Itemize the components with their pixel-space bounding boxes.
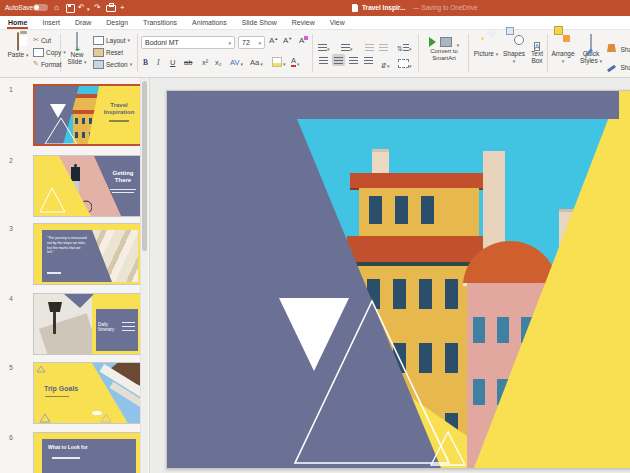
print-icon[interactable] bbox=[106, 5, 116, 12]
change-case-button[interactable]: Aa▾ bbox=[250, 54, 263, 67]
line-spacing-button[interactable]: ⇅▾ bbox=[397, 37, 411, 55]
decrease-indent-button[interactable] bbox=[365, 37, 374, 55]
subscript-button[interactable]: x₂ bbox=[215, 54, 222, 67]
bullet-bar bbox=[52, 457, 80, 459]
thumbnail-slide-3[interactable]: “The journey is measured not by the step… bbox=[33, 223, 143, 285]
align-left-button[interactable] bbox=[317, 54, 330, 66]
numbering-button[interactable]: ▾ bbox=[341, 37, 353, 55]
undo-icon[interactable]: ↶ bbox=[78, 4, 85, 12]
powerpoint-window: AutoSave ⌂ ↶ ▾ ↷ + Travel Inspir... — Sa… bbox=[0, 0, 630, 473]
bold-button[interactable]: B bbox=[143, 54, 148, 67]
outline-triangle bbox=[38, 186, 68, 214]
slide-number: 5 bbox=[9, 364, 13, 371]
superscript-button[interactable]: x² bbox=[202, 54, 208, 67]
format-painter-button[interactable]: ✎Format bbox=[33, 58, 66, 70]
slide2-title: Getting There bbox=[106, 170, 140, 184]
redo-icon[interactable]: ↷ bbox=[94, 4, 101, 12]
numbering-icon bbox=[341, 44, 350, 51]
shape-fill-button[interactable]: Shape Fill bbox=[607, 38, 630, 56]
cut-button[interactable]: ✂Cut bbox=[33, 34, 66, 46]
thumbnail-slide-2[interactable]: Getting There bbox=[33, 155, 143, 217]
bullet-bar bbox=[122, 326, 135, 327]
tab-draw[interactable]: Draw bbox=[75, 16, 91, 29]
slide-number: 1 bbox=[9, 86, 13, 93]
tab-slideshow[interactable]: Slide Show bbox=[242, 16, 277, 29]
format-painter-icon: ✎ bbox=[33, 60, 39, 68]
new-slide-icon bbox=[76, 32, 78, 51]
home-icon[interactable]: ⌂ bbox=[54, 4, 59, 12]
layout-button[interactable]: Layout▾ bbox=[93, 34, 132, 46]
ribbon-toolbar: Paste ▾ ✂Cut Copy▾ ✎Format New Slide ▾ L… bbox=[0, 30, 630, 78]
underline-button[interactable]: U bbox=[170, 54, 175, 67]
customize-toolbar-icon[interactable]: + bbox=[120, 4, 125, 12]
justify-icon bbox=[364, 57, 373, 64]
decrease-indent-icon bbox=[365, 44, 374, 51]
deco-triangle bbox=[100, 413, 112, 423]
align-center-button[interactable] bbox=[332, 54, 345, 66]
document-title[interactable]: Travel Inspir... bbox=[362, 4, 405, 11]
quote-attribution-bar bbox=[47, 272, 61, 274]
slide5-subtitle-bar bbox=[45, 396, 69, 397]
autosave-toggle[interactable] bbox=[33, 4, 48, 11]
character-spacing-button[interactable]: AV▾ bbox=[230, 54, 243, 67]
undo-dropdown-caret[interactable]: ▾ bbox=[87, 6, 90, 12]
new-slide-button[interactable]: New Slide ▾ bbox=[63, 33, 91, 66]
font-color-button[interactable]: A▾ bbox=[291, 54, 300, 67]
section-button[interactable]: Section▾ bbox=[93, 58, 132, 70]
arrange-button[interactable]: Arrange ▾ bbox=[550, 33, 576, 64]
text-direction-button[interactable]: ▾ bbox=[398, 54, 412, 72]
align-right-button[interactable] bbox=[347, 54, 360, 66]
slide-1-canvas[interactable] bbox=[166, 90, 630, 469]
highlighter-icon bbox=[272, 57, 282, 67]
slide-thumbnail-panel: 1 Travel Inspiration 2 bbox=[0, 78, 149, 473]
tab-view[interactable]: View bbox=[330, 16, 345, 29]
increase-indent-button[interactable] bbox=[379, 37, 388, 55]
thumbnail-slide-1[interactable]: Travel Inspiration bbox=[33, 84, 143, 146]
text-box-button[interactable]: A Text Box bbox=[527, 33, 547, 64]
tab-animations[interactable]: Animations bbox=[192, 16, 227, 29]
text-direction-icon bbox=[398, 59, 409, 68]
group-divider bbox=[418, 34, 419, 72]
shape-outline-icon bbox=[607, 65, 616, 73]
copy-icon bbox=[33, 48, 44, 57]
paste-caret: ▾ bbox=[26, 52, 29, 58]
bullets-button[interactable]: ▾ bbox=[318, 37, 330, 55]
slide-number: 6 bbox=[9, 434, 13, 441]
tab-design[interactable]: Design bbox=[106, 16, 128, 29]
tab-insert[interactable]: Insert bbox=[42, 16, 60, 29]
convert-to-smartart-button[interactable]: ▾ Convert to SmartArt bbox=[420, 33, 468, 62]
shapes-button[interactable]: Shapes ▾ bbox=[501, 33, 527, 64]
justify-button[interactable] bbox=[362, 54, 375, 66]
reset-button[interactable]: Reset bbox=[93, 46, 132, 58]
scrollbar-thumb[interactable] bbox=[142, 81, 147, 251]
shrink-font-button[interactable]: A▼ bbox=[283, 36, 292, 45]
thumbnail-slide-4[interactable]: Daily Itinerary bbox=[33, 293, 143, 355]
columns-button[interactable]: ⇵▾ bbox=[381, 54, 389, 72]
tab-review[interactable]: Review bbox=[292, 16, 315, 29]
paste-button[interactable]: Paste ▾ bbox=[5, 33, 31, 58]
font-size-combo[interactable]: 72▾ bbox=[238, 36, 265, 49]
person-body bbox=[71, 167, 80, 181]
tab-home[interactable]: Home bbox=[8, 16, 27, 29]
quick-styles-button[interactable]: Quick Styles ▾ bbox=[578, 33, 604, 65]
thumbnail-slide-6[interactable]: What to Look for bbox=[33, 432, 143, 473]
picture-button[interactable]: Picture ▾ bbox=[473, 33, 499, 57]
toggle-knob bbox=[34, 5, 39, 10]
grow-font-button[interactable]: A▲ bbox=[269, 36, 278, 45]
bullet-bar bbox=[122, 322, 135, 323]
strikethrough-button[interactable]: ab bbox=[184, 54, 192, 67]
copy-button[interactable]: Copy▾ bbox=[33, 46, 66, 58]
italic-button[interactable]: I bbox=[157, 54, 160, 67]
thumbnail-slide-5[interactable]: Trip Goals bbox=[33, 362, 143, 424]
font-name-combo[interactable]: Bodoni MT▾ bbox=[141, 36, 235, 49]
shape-outline-button[interactable]: Shape Outline bbox=[607, 56, 630, 74]
thumbnail-scrollbar[interactable] bbox=[140, 78, 148, 473]
section-icon bbox=[93, 60, 104, 69]
tab-transitions[interactable]: Transitions bbox=[143, 16, 177, 29]
white-filled-triangle[interactable] bbox=[279, 298, 349, 371]
slide-number: 2 bbox=[9, 157, 13, 164]
save-icon[interactable] bbox=[66, 4, 75, 13]
highlight-color-button[interactable]: ▾ bbox=[272, 54, 286, 67]
clear-formatting-button[interactable]: A bbox=[299, 36, 308, 45]
slide-editing-canvas[interactable] bbox=[149, 78, 630, 473]
